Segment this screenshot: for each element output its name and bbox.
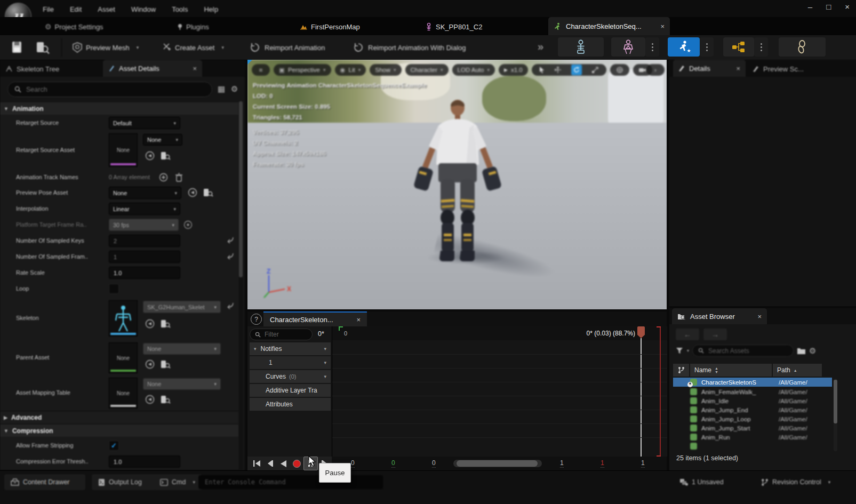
animation-mode-button-active[interactable]: ★ <box>668 37 700 57</box>
asset-list-scrollbar[interactable] <box>834 379 837 451</box>
timeline-filter-input[interactable]: Filter <box>250 329 313 340</box>
save-button[interactable] <box>11 41 23 54</box>
tab-close-icon[interactable]: × <box>660 22 665 30</box>
select-tool-icon[interactable] <box>539 67 545 73</box>
timeline-grid[interactable]: 0 0* (0.03) (88.7%) <box>332 326 667 457</box>
asset-row[interactable]: Anim_Jump_End /All/Game/ <box>673 405 832 414</box>
physics-mode-button[interactable] <box>779 37 826 57</box>
coordinate-space-icon[interactable] <box>610 64 629 76</box>
menu-file[interactable]: File <box>38 4 58 14</box>
forward-button[interactable]: → <box>703 329 727 340</box>
track-additive-layer[interactable]: Additive Layer Tra <box>250 384 331 397</box>
rotate-tool-icon-active[interactable] <box>571 65 582 75</box>
record-button[interactable] <box>290 457 303 470</box>
lod-auto-button[interactable]: LOD Auto▾ <box>452 64 495 76</box>
reimport-animation-dialog-button[interactable]: Reimport Animation With Dialog <box>353 41 466 54</box>
retarget-source-asset-dropdown[interactable]: None▾ <box>143 134 182 146</box>
tab-firstpersonmap[interactable]: FirstPersonMap <box>300 20 360 33</box>
use-selected-icon[interactable] <box>145 319 155 329</box>
browse-asset-icon[interactable] <box>160 319 171 329</box>
menu-help[interactable]: Help <box>199 4 222 14</box>
skeleton-mode-button[interactable] <box>558 37 604 57</box>
menu-asset[interactable]: Asset <box>93 4 119 14</box>
use-selected-icon[interactable] <box>145 395 155 404</box>
track-notifies[interactable]: ▾ Notifies ▾ <box>250 342 331 355</box>
name-column-header[interactable]: Name ▲▼ <box>690 364 772 377</box>
platform-frame-rate-dropdown[interactable]: 30 fps▾ <box>109 219 179 231</box>
use-selected-icon[interactable] <box>145 359 155 369</box>
lit-button[interactable]: ◉Lit▾ <box>335 64 366 76</box>
output-log-button[interactable]: Output Log <box>92 474 156 490</box>
asset-row[interactable]: Anim_Jump_Start /All/Game/ <box>673 423 832 433</box>
tab-close-icon[interactable]: × <box>193 65 197 73</box>
asset-mapping-table-dropdown[interactable]: None▾ <box>143 378 221 390</box>
content-drawer-button[interactable]: Content Drawer <box>4 474 85 490</box>
plugins-button[interactable]: Plugins <box>177 20 209 33</box>
tab-close-icon[interactable]: × <box>356 316 361 324</box>
maximize-button[interactable]: □ <box>826 2 831 11</box>
tab-characterskeletonseq-active[interactable]: CharacterSkeletonSeq... × <box>548 17 670 35</box>
chevron-down-icon[interactable]: ▾ <box>324 360 326 365</box>
skeleton-asset-dropdown[interactable]: SK_G2Human_Skelet▾ <box>143 301 221 313</box>
preview-mesh-button[interactable]: Preview Mesh▾ <box>73 41 139 54</box>
browse-to-asset-button[interactable] <box>35 41 50 54</box>
details-search-input[interactable]: Search <box>7 82 212 97</box>
playback-range-start-value[interactable]: 0 <box>432 459 436 468</box>
browse-asset-icon[interactable] <box>160 359 171 369</box>
blueprint-mode-options-button[interactable] <box>754 37 768 57</box>
chevron-down-icon[interactable]: ▾ <box>254 346 257 351</box>
animation-mode-options-button[interactable] <box>700 37 714 57</box>
revision-column-header[interactable] <box>673 364 689 377</box>
playback-speed-button[interactable]: ▶x1.0 <box>499 64 528 76</box>
tab-preview-scene[interactable]: Preview Sc... <box>748 62 808 76</box>
add-element-icon[interactable] <box>159 173 168 182</box>
browse-asset-icon[interactable] <box>160 151 171 161</box>
scale-tool-icon[interactable] <box>592 67 598 73</box>
character-button[interactable]: Character▾ <box>405 64 449 76</box>
track-attributes[interactable]: Attributes <box>250 398 331 411</box>
reset-to-default-icon[interactable] <box>226 236 234 244</box>
reset-to-default-icon[interactable] <box>226 252 234 260</box>
menu-window[interactable]: Window <box>127 4 160 14</box>
revision-control-button[interactable]: Revision Control▾ <box>755 474 856 490</box>
tab-skeleton-tree[interactable]: Skeleton Tree <box>5 62 59 75</box>
reset-to-default-icon[interactable] <box>226 302 234 309</box>
tab-details-active[interactable]: Details × <box>673 60 746 77</box>
timeline-scrollbar-thumb[interactable] <box>457 460 538 467</box>
chevron-down-icon[interactable]: ▾ <box>687 348 689 353</box>
timeline-tab-active[interactable]: CharacterSkeleton... × <box>263 311 367 326</box>
play-reverse-button[interactable] <box>277 457 290 470</box>
allow-frame-stripping-checkbox[interactable]: ✓ <box>109 441 119 451</box>
viewport-menu-icon[interactable]: ≡ <box>252 64 270 76</box>
tab-asset-details-active[interactable]: Asset Details × <box>103 60 202 77</box>
menu-tools[interactable]: Tools <box>167 4 192 14</box>
working-range-start-value[interactable]: 0 <box>391 459 395 468</box>
settings-gear-icon[interactable]: ⚙ <box>231 84 238 94</box>
trash-icon[interactable] <box>175 173 183 182</box>
console-command-input[interactable]: Enter Console Command <box>198 475 383 489</box>
asset-row[interactable]: Anim_Idle /All/Game/ <box>673 396 832 405</box>
view-range-end-value[interactable]: 1 <box>641 459 645 468</box>
tab-sk-pp801-c2[interactable]: SK_PP801_C2 <box>426 20 482 33</box>
reimport-animation-button[interactable]: Reimport Animation <box>250 41 325 54</box>
browse-asset-icon[interactable] <box>203 188 213 197</box>
asset-row-partial[interactable] <box>673 442 832 451</box>
rate-scale-field[interactable]: 1.0 <box>109 267 180 279</box>
category-advanced[interactable]: ▶ Advanced <box>0 412 238 423</box>
track-curves[interactable]: Curves (0) ▾ <box>250 370 331 383</box>
playhead-line[interactable] <box>641 338 642 457</box>
tab-close-icon[interactable]: × <box>757 313 762 321</box>
jump-to-start-button[interactable] <box>250 457 263 470</box>
display-options-icon[interactable]: ▦ <box>218 84 225 94</box>
target-icon[interactable] <box>183 220 193 229</box>
filter-icon[interactable] <box>676 347 684 354</box>
loop-checkbox[interactable] <box>109 284 119 294</box>
toolbar-overflow-button[interactable]: » <box>538 41 543 53</box>
create-asset-button[interactable]: Create Asset▾ <box>163 41 224 54</box>
asset-row-selected[interactable]: * CharacterSkeletonS /All/Game/ <box>673 378 832 387</box>
blueprint-mode-button[interactable] <box>723 37 754 57</box>
asset-row[interactable]: Anim_FemaleWalk_ /All/Game/ <box>673 387 832 396</box>
view-range-start-value[interactable]: 0 <box>351 459 355 468</box>
left-scrollbar-thumb[interactable] <box>239 101 243 277</box>
num-sampled-keys-field[interactable]: 2 <box>109 235 180 247</box>
